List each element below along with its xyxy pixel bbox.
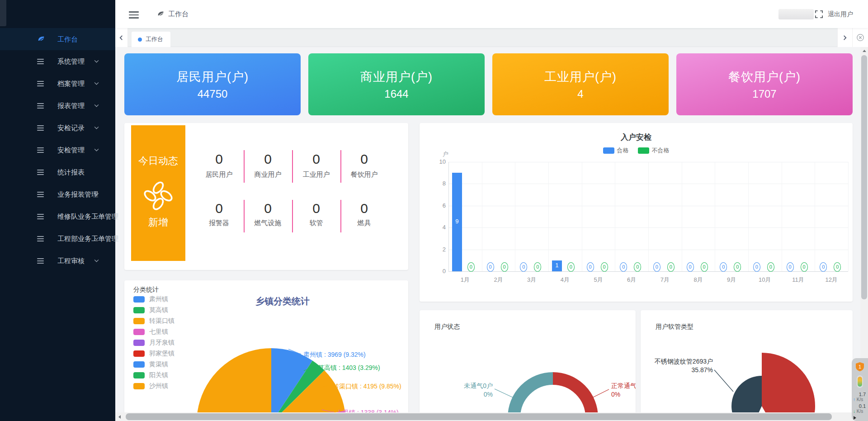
menu-lines-icon (37, 57, 45, 66)
zero-label-不合格-9月: 0 (734, 262, 741, 272)
chevron-down-icon (94, 215, 99, 218)
horizontal-scrollbar-thumb[interactable] (126, 413, 832, 420)
network-monitor-widget[interactable]: 1 1.7 ↑ K/s 0.1 ↓ K/s (852, 358, 868, 421)
zero-label-不合格-11月: 0 (801, 262, 808, 272)
zero-label-合格-6月: 0 (620, 262, 627, 272)
chevron-down-icon (94, 126, 99, 129)
sidebar-item-label: 工作台 (57, 28, 78, 50)
zero-label-合格-8月: 0 (687, 262, 694, 272)
tabs-scroll-right-button[interactable] (838, 28, 853, 47)
logout-button[interactable]: 退出用户 (828, 0, 853, 28)
gridline-v (648, 162, 649, 271)
today-stat-value: 0 (292, 151, 340, 167)
sidebar: 工作台系统管理档案管理报表管理安检记录安检管理统计报表业务报装管理维修队业务工单… (0, 0, 115, 421)
sidebar-item-8[interactable]: 维修队业务工单管理 (0, 205, 115, 227)
sidebar-item-label: 安检管理 (57, 139, 85, 161)
x-tick-label: 1月 (448, 276, 482, 284)
gridline-v (515, 162, 515, 271)
x-tick-label: 11月 (782, 276, 815, 284)
horizontal-scrollbar[interactable] (115, 412, 868, 421)
scrollbar-left-arrow[interactable] (115, 412, 123, 421)
zero-label-不合格-1月: 0 (467, 262, 475, 272)
scrollbar-up-arrow[interactable] (860, 47, 868, 55)
gauge-pill-icon (857, 375, 863, 388)
gridline-v (482, 162, 482, 271)
sidebar-menu: 工作台系统管理档案管理报表管理安检记录安检管理统计报表业务报装管理维修队业务工单… (0, 28, 115, 272)
zero-label-不合格-3月: 0 (534, 262, 541, 272)
sidebar-item-label: 工程部业务工单管理 (57, 227, 118, 250)
today-stat-label: 报警器 (195, 219, 243, 227)
sidebar-item-10[interactable]: 工程审核 (0, 250, 115, 272)
gridline-v (815, 162, 815, 271)
stat-card-title: 居民用户(户) (124, 69, 301, 85)
zero-label-不合格-8月: 0 (701, 262, 708, 272)
today-stat-label: 餐饮用户 (340, 170, 388, 179)
sidebar-item-3[interactable]: 报表管理 (0, 95, 115, 117)
sidebar-item-workbench[interactable]: 工作台 (0, 28, 115, 50)
tab-label: 工作台 (146, 35, 163, 43)
sidebar-item-7[interactable]: 业务报装管理 (0, 183, 115, 205)
fullscreen-icon[interactable] (815, 10, 823, 19)
today-banner-title: 今日动态 (131, 154, 185, 168)
tabs-scroll-left-button[interactable] (115, 28, 128, 47)
chevron-down-icon (94, 237, 99, 240)
sidebar-item-9[interactable]: 工程部业务工单管理 (0, 227, 115, 250)
today-stat-value: 0 (340, 151, 388, 167)
pie-callout-label: 转渠口镇 : 4195 (9.85%) (333, 383, 401, 391)
menu-lines-icon (37, 80, 45, 88)
zero-label-不合格-6月: 0 (634, 262, 641, 272)
today-stat-value: 0 (195, 151, 243, 167)
zero-label-合格-9月: 0 (720, 262, 727, 272)
leaf-icon (37, 35, 45, 43)
y-axis-unit-label: 户 (435, 150, 448, 158)
upload-speed-unit: ↑ K/s (853, 397, 868, 402)
vertical-scrollbar-thumb[interactable] (861, 55, 867, 299)
topbar: 工作台 退出用户 (115, 0, 868, 28)
tabs-close-all-icon[interactable] (853, 28, 868, 47)
gridline-v (615, 162, 615, 271)
today-divider (292, 200, 293, 232)
chevron-down-icon (94, 60, 99, 63)
sidebar-item-5[interactable]: 安检管理 (0, 139, 115, 161)
chevron-down-icon (94, 148, 99, 151)
menu-lines-icon (37, 213, 45, 221)
gridline-v (582, 162, 582, 271)
x-tick-label: 10月 (748, 276, 782, 284)
leaf-icon (157, 10, 165, 18)
menu-lines-icon (37, 146, 45, 154)
today-stat-label: 商业用户 (244, 170, 292, 179)
y-tick-label: 6 (432, 202, 446, 209)
stat-card-title: 餐饮用户(户) (676, 69, 853, 85)
menu-lines-icon (37, 257, 45, 265)
sidebar-item-1[interactable]: 系统管理 (0, 50, 115, 72)
breadcrumb: 工作台 (157, 0, 189, 28)
menu-lines-icon (37, 190, 45, 199)
chevron-down-icon (94, 104, 99, 107)
y-tick-label: 8 (432, 180, 446, 187)
chevron-down-icon (94, 82, 99, 85)
stat-card-title: 工业用户(户) (492, 69, 669, 85)
x-tick-label: 7月 (648, 276, 682, 284)
today-divider (340, 200, 341, 232)
user-status-donut: 未通气0户0%正常通气0户0% (420, 310, 636, 421)
zero-label-合格-2月: 0 (487, 262, 494, 272)
sidebar-item-2[interactable]: 档案管理 (0, 72, 115, 95)
today-divider (340, 150, 341, 183)
upload-speed-value: 1.7 (852, 392, 866, 397)
gridline-v (782, 162, 782, 271)
gridline-v (715, 162, 715, 271)
today-divider (244, 150, 245, 183)
tab-workbench[interactable]: 工作台 (132, 32, 170, 47)
expand-triangle-icon[interactable] (854, 416, 856, 420)
sidebar-item-6[interactable]: 统计报表 (0, 161, 115, 183)
zero-label-合格-3月: 0 (520, 262, 527, 272)
x-tick-label: 8月 (682, 276, 715, 284)
menu-lines-icon (37, 102, 45, 110)
username-area[interactable] (778, 9, 814, 19)
x-axis-line (448, 271, 848, 272)
hamburger-icon[interactable] (129, 9, 139, 19)
pie-callout-label: 肃州镇 : 3969 (9.32%) (303, 351, 366, 359)
sidebar-item-4[interactable]: 安检记录 (0, 117, 115, 139)
tab-active-dot-icon (138, 38, 142, 42)
sidebar-item-label: 业务报装管理 (57, 183, 98, 205)
